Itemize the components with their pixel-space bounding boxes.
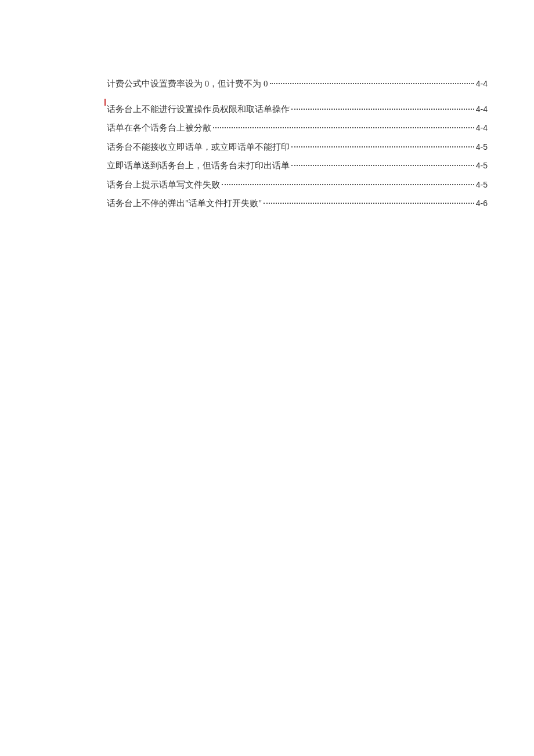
toc-entry: 立即话单送到话务台上，但话务台未打印出话单 4-5	[107, 159, 488, 174]
toc-page-number: 4-4	[476, 121, 488, 135]
toc-entry: 话单在各个话务台上被分散 4-4	[107, 121, 488, 136]
toc-leader-dots	[291, 109, 474, 110]
toc-leader-dots	[270, 83, 474, 84]
toc-title: 话务台上不停的弹出"话单文件打开失败"	[107, 196, 262, 211]
cursor-indicator	[104, 99, 106, 106]
toc-container: 计费公式中设置费率设为 0，但计费不为 0 4-4 话务台上不能进行设置操作员权…	[0, 0, 534, 211]
toc-title: 计费公式中设置费率设为 0，但计费不为 0	[107, 77, 268, 92]
toc-title: 话单在各个话务台上被分散	[107, 121, 211, 136]
toc-page-number: 4-6	[476, 197, 488, 211]
toc-entry: 话务台上不停的弹出"话单文件打开失败" 4-6	[107, 196, 488, 211]
toc-entry: 话务台上不能进行设置操作员权限和取话单操作 4-4	[107, 102, 488, 117]
toc-leader-dots	[264, 203, 474, 204]
toc-title: 话务台上不能进行设置操作员权限和取话单操作	[107, 102, 290, 117]
toc-title: 立即话单送到话务台上，但话务台未打印出话单	[107, 159, 290, 174]
toc-title: 话务台不能接收立即话单，或立即话单不能打印	[107, 140, 290, 155]
toc-leader-dots	[213, 127, 474, 128]
toc-entry: 计费公式中设置费率设为 0，但计费不为 0 4-4	[107, 77, 488, 92]
toc-entry: 话务台不能接收立即话单，或立即话单不能打印 4-5	[107, 140, 488, 155]
toc-entry: 话务台上提示话单写文件失败 4-5	[107, 178, 488, 193]
toc-title: 话务台上提示话单写文件失败	[107, 178, 220, 193]
toc-leader-dots	[291, 146, 474, 147]
toc-page-number: 4-4	[476, 77, 488, 91]
toc-page-number: 4-5	[476, 141, 488, 154]
toc-leader-dots	[291, 165, 474, 166]
toc-leader-dots	[222, 184, 474, 185]
toc-page-number: 4-5	[476, 159, 488, 173]
toc-page-number: 4-5	[476, 178, 488, 192]
toc-page-number: 4-4	[476, 103, 488, 117]
